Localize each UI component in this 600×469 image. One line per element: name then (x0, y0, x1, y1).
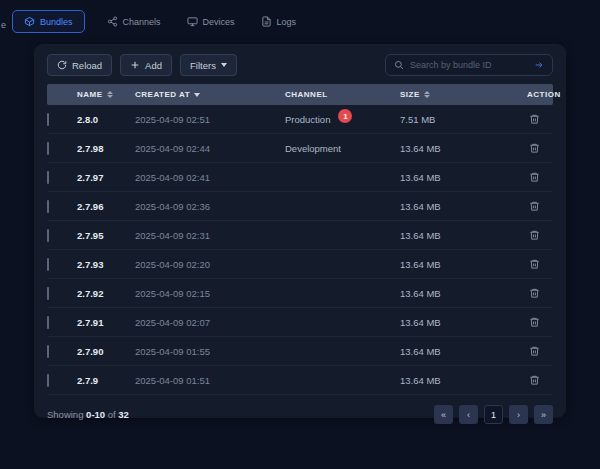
bundle-created-at: 2025-04-09 02:20 (135, 259, 285, 270)
delete-bundle-button[interactable] (527, 169, 542, 185)
add-button-label: Add (145, 60, 162, 71)
delete-bundle-button[interactable] (527, 343, 542, 359)
bundle-created-at: 2025-04-09 02:15 (135, 288, 285, 299)
row-action-cell (505, 372, 553, 388)
total-count: 32 (118, 409, 129, 420)
current-page-button[interactable]: 1 (484, 405, 503, 424)
bundle-size: 13.64 MB (400, 143, 505, 154)
bundle-name: 2.7.9 (77, 375, 135, 386)
row-checkbox[interactable] (47, 258, 49, 271)
trash-icon (529, 142, 540, 154)
column-header-created-at[interactable]: CREATED AT (135, 90, 285, 99)
sort-icon (107, 91, 113, 98)
delete-bundle-button[interactable] (527, 198, 542, 214)
bundle-size: 13.64 MB (400, 317, 505, 328)
row-select-cell (47, 259, 77, 270)
tab-channels-label: Channels (123, 17, 161, 27)
table-footer: Showing 0-10 of 32 « ‹ 1 › » (35, 395, 565, 436)
add-button[interactable]: Add (120, 54, 172, 76)
pagination: « ‹ 1 › » (434, 405, 553, 424)
top-tabbar: Bundles Channels Devices Logs (12, 10, 300, 33)
row-checkbox[interactable] (47, 316, 49, 329)
row-checkbox[interactable] (47, 229, 49, 242)
trash-icon (529, 374, 540, 386)
trash-icon (529, 171, 540, 183)
bundle-name: 2.7.93 (77, 259, 135, 270)
tab-logs[interactable]: Logs (257, 10, 301, 33)
delete-bundle-button[interactable] (527, 314, 542, 330)
trash-icon (529, 200, 540, 212)
row-select-cell (47, 375, 77, 386)
row-action-cell (505, 140, 553, 156)
file-lines-icon (261, 16, 272, 27)
delete-bundle-button[interactable] (527, 372, 542, 388)
trash-icon (529, 287, 540, 299)
sort-desc-icon (194, 93, 200, 97)
reload-icon (57, 60, 67, 70)
delete-bundle-button[interactable] (527, 140, 542, 156)
row-checkbox[interactable] (47, 374, 49, 387)
row-checkbox[interactable] (47, 345, 49, 358)
bundle-created-at: 2025-04-09 02:31 (135, 230, 285, 241)
package-icon (24, 16, 35, 27)
tab-bundles[interactable]: Bundles (12, 10, 85, 33)
table-row: 2.7.96 2025-04-09 02:36 13.64 MB (47, 192, 553, 221)
row-checkbox[interactable] (47, 113, 49, 126)
last-page-button[interactable]: » (534, 405, 553, 424)
delete-bundle-button[interactable] (527, 256, 542, 272)
bundle-created-at: 2025-04-09 01:55 (135, 346, 285, 357)
column-header-channel[interactable]: CHANNEL (285, 90, 400, 99)
next-page-button[interactable]: › (509, 405, 528, 424)
filters-button[interactable]: Filters (180, 54, 237, 76)
reload-button-label: Reload (72, 60, 102, 71)
row-action-cell (505, 343, 553, 359)
search-input[interactable] (410, 60, 528, 70)
table-header: NAME CREATED AT CHANNEL SIZE ACTION (47, 84, 553, 105)
row-select-cell (47, 201, 77, 212)
bundle-name: 2.7.98 (77, 143, 135, 154)
row-select-cell (47, 288, 77, 299)
bundle-name: 2.7.97 (77, 172, 135, 183)
bundle-channel: Production (285, 114, 330, 125)
table-body: 2.8.0 2025-04-09 02:51 Production 1 7.51… (47, 105, 553, 395)
prev-page-button[interactable]: ‹ (459, 405, 478, 424)
tab-devices[interactable]: Devices (183, 10, 239, 33)
table-row: 2.7.9 2025-04-09 01:51 13.64 MB (47, 366, 553, 395)
bundle-created-at: 2025-04-09 02:44 (135, 143, 285, 154)
showing-range: 0-10 (86, 409, 105, 420)
row-checkbox[interactable] (47, 287, 49, 300)
first-page-button[interactable]: « (434, 405, 453, 424)
tab-devices-label: Devices (203, 17, 235, 27)
trash-icon (529, 345, 540, 357)
row-checkbox[interactable] (47, 171, 49, 184)
bundle-size: 7.51 MB (400, 114, 505, 125)
search-box[interactable] (385, 54, 553, 76)
row-action-cell (505, 169, 553, 185)
reload-button[interactable]: Reload (47, 54, 112, 76)
bundle-created-at: 2025-04-09 01:51 (135, 375, 285, 386)
row-checkbox[interactable] (47, 142, 49, 155)
row-select-cell (47, 172, 77, 183)
plus-icon (130, 60, 140, 70)
monitor-icon (187, 16, 198, 27)
delete-bundle-button[interactable] (527, 227, 542, 243)
delete-bundle-button[interactable] (527, 285, 542, 301)
search-submit-icon[interactable] (534, 60, 544, 70)
delete-bundle-button[interactable] (527, 111, 542, 127)
row-select-cell (47, 317, 77, 328)
tab-channels[interactable]: Channels (103, 10, 165, 33)
bundles-panel: Reload Add Filters NAME CREATE (35, 45, 565, 417)
bundle-size: 13.64 MB (400, 172, 505, 183)
column-header-size-label: SIZE (400, 90, 420, 99)
row-checkbox[interactable] (47, 200, 49, 213)
bundle-created-at: 2025-04-09 02:51 (135, 114, 285, 125)
column-header-action-label: ACTION (527, 90, 561, 99)
row-select-cell (47, 346, 77, 357)
bundle-size: 13.64 MB (400, 201, 505, 212)
column-header-size[interactable]: SIZE (400, 90, 505, 99)
tab-bundles-label: Bundles (40, 17, 73, 27)
column-header-name[interactable]: NAME (77, 90, 135, 99)
trash-icon (529, 113, 540, 125)
bundle-size: 13.64 MB (400, 346, 505, 357)
bundle-created-at: 2025-04-09 02:36 (135, 201, 285, 212)
